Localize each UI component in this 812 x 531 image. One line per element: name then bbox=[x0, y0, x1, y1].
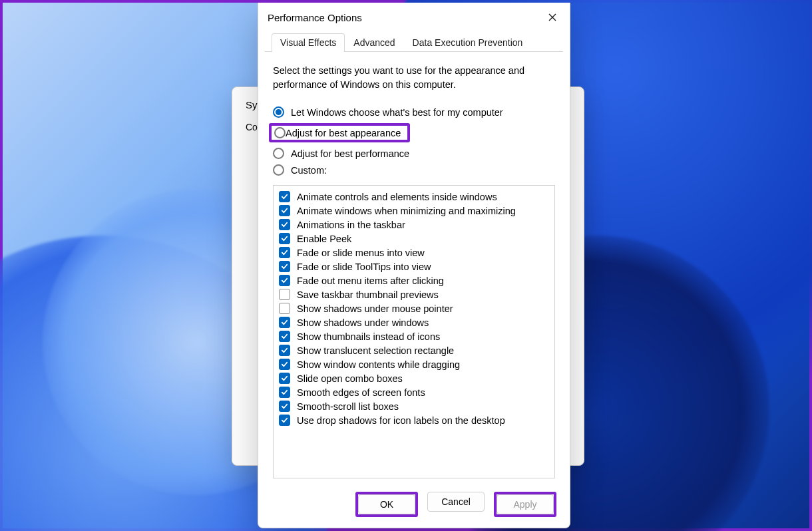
radio-label: Let Windows choose what's best for my co… bbox=[291, 107, 503, 118]
checkbox-label: Animate windows when minimizing and maxi… bbox=[297, 206, 516, 216]
checkbox-animations-in-the-taskbar[interactable]: Animations in the taskbar bbox=[278, 218, 550, 232]
checkbox-box[interactable] bbox=[279, 191, 290, 202]
radio-adjust-for-best-performance[interactable]: Adjust for best performance bbox=[273, 148, 555, 159]
checkbox-box[interactable] bbox=[279, 233, 290, 244]
checkbox-label: Show shadows under mouse pointer bbox=[297, 303, 453, 314]
checkbox-label: Show translucent selection rectangle bbox=[297, 345, 454, 356]
checkbox-animate-windows-when-minimizing-and-maximizing[interactable]: Animate windows when minimizing and maxi… bbox=[278, 204, 550, 218]
radio-dot[interactable] bbox=[274, 127, 286, 138]
checkbox-label: Animations in the taskbar bbox=[297, 220, 405, 230]
radio-dot[interactable] bbox=[273, 106, 284, 118]
radio-dot[interactable] bbox=[273, 164, 284, 176]
radio-let-windows-choose-what-s-best-for-my-computer[interactable]: Let Windows choose what's best for my co… bbox=[273, 106, 555, 118]
radio-label: Adjust for best appearance bbox=[286, 128, 401, 138]
button-row: OKCancelApply bbox=[258, 482, 570, 528]
performance-options-dialog: Performance Options Visual EffectsAdvanc… bbox=[258, 3, 570, 528]
checkbox-label: Fade or slide menus into view bbox=[297, 248, 425, 258]
checkbox-box[interactable] bbox=[279, 205, 290, 216]
checkbox-label: Slide open combo boxes bbox=[297, 373, 403, 384]
checkbox-fade-or-slide-tooltips-into-view[interactable]: Fade or slide ToolTips into view bbox=[278, 260, 550, 273]
checkbox-slide-open-combo-boxes[interactable]: Slide open combo boxes bbox=[278, 371, 550, 385]
tab-visual-effects[interactable]: Visual Effects bbox=[272, 33, 345, 52]
checkbox-label: Use drop shadows for icon labels on the … bbox=[297, 415, 505, 426]
highlight-box: Adjust for best appearance bbox=[269, 123, 410, 142]
radio-label: Adjust for best performance bbox=[291, 148, 409, 159]
checkbox-show-window-contents-while-dragging[interactable]: Show window contents while dragging bbox=[278, 357, 550, 371]
checkbox-box[interactable] bbox=[279, 373, 290, 384]
checkbox-box[interactable] bbox=[279, 275, 290, 286]
checkbox-box[interactable] bbox=[279, 345, 290, 356]
highlight-box: Apply bbox=[494, 492, 556, 517]
screenshot-frame: Syst ✕ Co Performance Options Visual Eff… bbox=[0, 0, 812, 531]
checkbox-enable-peek[interactable]: Enable Peek bbox=[278, 232, 550, 246]
checkbox-box[interactable] bbox=[279, 289, 290, 300]
cancel-button[interactable]: Cancel bbox=[427, 492, 485, 512]
visual-effects-list[interactable]: Animate controls and elements inside win… bbox=[273, 185, 555, 478]
checkbox-animate-controls-and-elements-inside-windows[interactable]: Animate controls and elements inside win… bbox=[278, 190, 550, 204]
checkbox-label: Save taskbar thumbnail previews bbox=[297, 289, 439, 300]
checkbox-label: Show window contents while dragging bbox=[297, 359, 460, 370]
checkbox-box[interactable] bbox=[279, 261, 290, 272]
checkbox-box[interactable] bbox=[279, 303, 290, 314]
checkbox-label: Smooth edges of screen fonts bbox=[297, 387, 425, 398]
checkbox-box[interactable] bbox=[279, 387, 290, 398]
radio-dot[interactable] bbox=[273, 148, 284, 159]
checkbox-show-shadows-under-mouse-pointer[interactable]: Show shadows under mouse pointer bbox=[278, 301, 550, 315]
checkbox-box[interactable] bbox=[279, 401, 290, 412]
checkbox-box[interactable] bbox=[279, 219, 290, 230]
checkbox-label: Fade out menu items after clicking bbox=[297, 275, 444, 286]
radio-custom[interactable]: Custom: bbox=[273, 164, 555, 176]
checkbox-label: Smooth-scroll list boxes bbox=[297, 401, 399, 412]
checkbox-label: Show thumbnails instead of icons bbox=[297, 331, 440, 342]
checkbox-label: Enable Peek bbox=[297, 234, 351, 244]
checkbox-use-drop-shadows-for-icon-labels-on-the-desktop[interactable]: Use drop shadows for icon labels on the … bbox=[278, 413, 550, 427]
radio-label: Custom: bbox=[291, 165, 327, 176]
checkbox-show-shadows-under-windows[interactable]: Show shadows under windows bbox=[278, 315, 550, 329]
checkbox-box[interactable] bbox=[279, 247, 290, 258]
checkbox-box[interactable] bbox=[279, 415, 290, 426]
ok-button[interactable]: OK bbox=[358, 494, 415, 514]
tabstrip: Visual EffectsAdvancedData Execution Pre… bbox=[265, 32, 563, 52]
checkbox-show-translucent-selection-rectangle[interactable]: Show translucent selection rectangle bbox=[278, 343, 550, 357]
dialog-title: Performance Options bbox=[268, 12, 362, 23]
checkbox-label: Fade or slide ToolTips into view bbox=[297, 262, 431, 272]
highlight-box: OK bbox=[355, 492, 418, 517]
tab-data-execution-prevention[interactable]: Data Execution Prevention bbox=[404, 33, 532, 52]
checkbox-show-thumbnails-instead-of-icons[interactable]: Show thumbnails instead of icons bbox=[278, 329, 550, 343]
radio-group: Let Windows choose what's best for my co… bbox=[273, 104, 555, 181]
checkbox-box[interactable] bbox=[279, 359, 290, 370]
checkbox-smooth-scroll-list-boxes[interactable]: Smooth-scroll list boxes bbox=[278, 399, 550, 413]
checkbox-fade-or-slide-menus-into-view[interactable]: Fade or slide menus into view bbox=[278, 246, 550, 260]
checkbox-save-taskbar-thumbnail-previews[interactable]: Save taskbar thumbnail previews bbox=[278, 287, 550, 301]
close-icon[interactable] bbox=[544, 9, 560, 25]
checkbox-box[interactable] bbox=[279, 331, 290, 342]
checkbox-smooth-edges-of-screen-fonts[interactable]: Smooth edges of screen fonts bbox=[278, 385, 550, 399]
checkbox-box[interactable] bbox=[279, 317, 290, 328]
checkbox-label: Animate controls and elements inside win… bbox=[297, 192, 497, 202]
description-text: Select the settings you want to use for … bbox=[273, 64, 555, 92]
tab-advanced[interactable]: Advanced bbox=[345, 33, 403, 52]
checkbox-fade-out-menu-items-after-clicking[interactable]: Fade out menu items after clicking bbox=[278, 273, 550, 287]
radio-adjust-for-best-appearance[interactable]: Adjust for best appearance bbox=[273, 123, 555, 142]
checkbox-label: Show shadows under windows bbox=[297, 317, 429, 328]
apply-button: Apply bbox=[497, 494, 554, 514]
